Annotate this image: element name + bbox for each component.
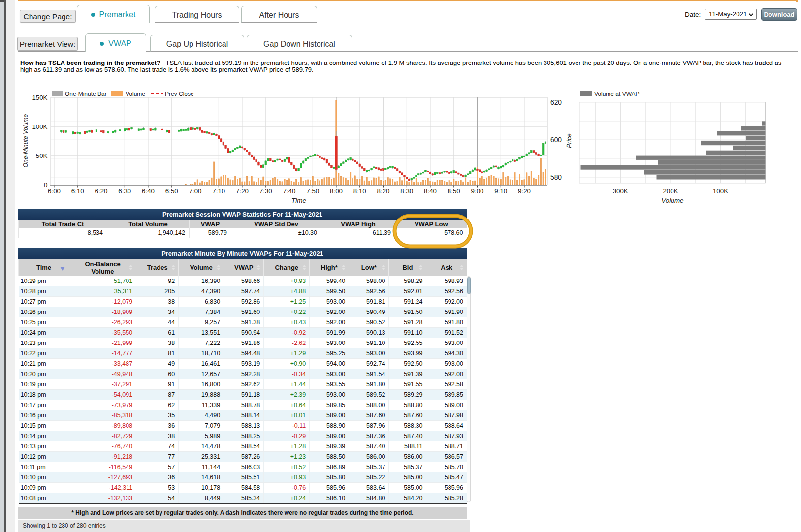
svg-text:Volume: Volume (126, 91, 145, 97)
svg-text:8:50: 8:50 (448, 188, 460, 195)
svg-text:620: 620 (550, 99, 562, 106)
svg-text:100K: 100K (713, 188, 728, 195)
svg-text:580: 580 (550, 174, 562, 181)
svg-text:9:00: 9:00 (471, 188, 484, 195)
svg-text:Time: Time (291, 197, 306, 204)
svg-text:6:50: 6:50 (165, 188, 178, 195)
svg-text:9:10: 9:10 (494, 188, 507, 195)
svg-text:6:30: 6:30 (118, 188, 131, 195)
svg-text:6:20: 6:20 (95, 188, 108, 195)
svg-text:6:00: 6:00 (48, 188, 61, 195)
svg-text:9:20: 9:20 (518, 188, 531, 195)
svg-text:8:10: 8:10 (353, 188, 366, 195)
svg-text:100K: 100K (32, 123, 47, 130)
svg-text:One-Minute Volume: One-Minute Volume (22, 114, 29, 167)
svg-text:Volume at VWAP: Volume at VWAP (594, 91, 640, 97)
svg-text:Price: Price (565, 133, 573, 148)
svg-text:6:10: 6:10 (71, 188, 84, 195)
svg-text:600: 600 (550, 136, 562, 144)
svg-text:8:40: 8:40 (424, 188, 437, 195)
svg-text:7:00: 7:00 (189, 188, 202, 195)
svg-text:300K: 300K (613, 188, 628, 195)
svg-text:7:30: 7:30 (259, 188, 272, 195)
svg-text:7:10: 7:10 (212, 188, 225, 195)
svg-text:8:30: 8:30 (400, 188, 413, 195)
svg-text:Prev Close: Prev Close (165, 91, 194, 97)
svg-text:150K: 150K (32, 94, 47, 101)
svg-text:0: 0 (44, 181, 47, 188)
svg-text:Volume: Volume (661, 197, 683, 204)
svg-text:200K: 200K (663, 188, 678, 195)
svg-text:7:20: 7:20 (236, 188, 249, 195)
svg-text:7:50: 7:50 (306, 188, 319, 195)
svg-text:6:40: 6:40 (142, 188, 155, 195)
svg-text:8:20: 8:20 (377, 188, 390, 195)
svg-text:50K: 50K (36, 152, 48, 159)
svg-text:8:00: 8:00 (330, 188, 343, 195)
svg-text:One-Minute Bar: One-Minute Bar (65, 91, 107, 97)
svg-text:7:40: 7:40 (283, 188, 296, 195)
